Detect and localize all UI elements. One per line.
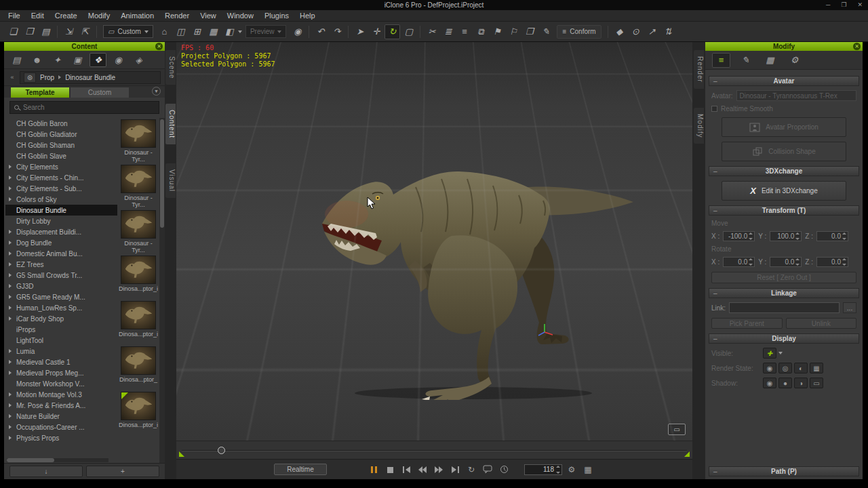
layout-split-icon[interactable]: ◧ — [222, 24, 237, 39]
timeline-playhead[interactable] — [218, 447, 225, 454]
realtime-smooth-checkbox[interactable] — [711, 106, 717, 112]
asset-thumbnail[interactable]: Dinosa...ptor_i — [119, 256, 158, 299]
panel-vtab[interactable]: Modify — [694, 108, 704, 144]
menu-item[interactable]: Help — [294, 11, 321, 20]
minimize-button[interactable]: ─ — [826, 0, 830, 10]
panel-vtab[interactable]: Visual — [165, 163, 176, 198]
collapse-all-button[interactable]: ↓ — [9, 466, 83, 477]
move-z-field[interactable]: 0.0 — [816, 231, 848, 241]
conform-button[interactable]: ≡ Conform — [557, 25, 601, 39]
zoom-icon[interactable]: ⊙ — [628, 24, 644, 39]
time-mode-button[interactable] — [497, 464, 511, 475]
expand-arrow-icon[interactable] — [9, 360, 12, 364]
modify-panel-header[interactable]: Modify ✕ — [705, 42, 863, 51]
category-item[interactable]: Medieval Castle 1 — [5, 357, 117, 367]
breadcrumb-item-prop[interactable]: Prop — [40, 74, 54, 81]
open-project-icon[interactable]: ❒ — [22, 24, 37, 39]
category-item[interactable]: CH Goblin Gladiator — [5, 129, 117, 140]
render-state-option-4[interactable]: ▦ — [810, 363, 823, 373]
menu-item[interactable]: File — [3, 11, 26, 20]
viewport-canvas[interactable]: FPS : 60 Project Polygon : 5967 Selected… — [176, 42, 692, 441]
knife-tool-icon[interactable]: ✂ — [424, 24, 439, 39]
thumbnail-image[interactable] — [121, 210, 156, 239]
menu-item[interactable]: Animation — [115, 11, 159, 20]
stepper[interactable] — [795, 258, 800, 266]
thumbnail-scrollbar[interactable] — [159, 118, 165, 463]
save-project-icon[interactable]: ▤ — [38, 24, 54, 39]
export-project-icon[interactable]: ⇱ — [77, 24, 93, 39]
thumbnail-image[interactable] — [121, 165, 156, 193]
category-item[interactable]: CH Goblin Baron — [5, 118, 117, 129]
close-button[interactable]: ✕ — [857, 0, 863, 10]
expand-arrow-icon[interactable] — [9, 414, 12, 418]
tab-custom[interactable]: Custom — [71, 87, 129, 98]
scrollbar-thumb[interactable] — [7, 458, 54, 462]
vehicle-category-tab[interactable]: ◈ — [130, 53, 147, 67]
full-screen-button[interactable]: ▭ — [668, 424, 686, 435]
pin-tab[interactable]: ✎ — [736, 53, 755, 68]
new-project-icon[interactable]: ❏ — [5, 24, 21, 39]
collapse-section-icon[interactable]: – — [713, 335, 717, 342]
thumbnail-image[interactable] — [121, 346, 156, 375]
expand-arrow-icon[interactable] — [9, 176, 12, 180]
asset-thumbnail[interactable]: Dinosaur - Tyr... saurus T-Rex... — [119, 210, 158, 253]
category-item[interactable]: G5 Small Crowds Tr... — [5, 270, 117, 281]
clipboard-icon[interactable]: ❐ — [521, 24, 537, 39]
category-item[interactable]: Colors of Sky — [5, 194, 117, 205]
edit-motion-icon[interactable]: ✎ — [538, 24, 553, 39]
category-item[interactable]: EZ Trees — [5, 259, 117, 270]
category-item[interactable]: LightTool — [5, 335, 117, 346]
category-item[interactable]: Dinosaur Bundle — [5, 205, 117, 216]
collapse-section-icon[interactable]: – — [713, 289, 717, 297]
panel-vtab[interactable]: Render — [694, 50, 704, 89]
menu-item[interactable]: Create — [50, 11, 83, 20]
expand-arrow-icon[interactable] — [9, 262, 12, 266]
rotate-tool-icon[interactable]: ↻ — [384, 24, 400, 39]
stepper[interactable] — [748, 258, 753, 266]
expand-arrow-icon[interactable] — [9, 273, 12, 277]
dxchange-section-header[interactable]: – 3DXchange — [709, 166, 859, 176]
menu-item[interactable]: Edit — [26, 11, 50, 20]
collapse-section-icon[interactable]: – — [713, 77, 717, 85]
menu-item[interactable]: Window — [222, 11, 259, 20]
category-item[interactable]: GJ3D — [5, 281, 117, 291]
category-item[interactable]: iProps — [5, 324, 117, 335]
category-item[interactable]: Monster Workshop V... — [5, 378, 117, 389]
align-icon[interactable]: ≣ — [440, 24, 456, 39]
category-item[interactable]: City Elements - Sub... — [5, 183, 117, 194]
link-field[interactable] — [729, 302, 840, 313]
category-item[interactable]: City Elements - Chin... — [5, 172, 117, 183]
display-mode-dropdown[interactable]: ▭ Custom — [103, 25, 153, 38]
avatar-section-header[interactable]: – Avatar — [709, 76, 859, 86]
camera-record-button[interactable]: ◉ — [290, 24, 305, 39]
adjust-tab[interactable]: ≡ — [712, 53, 730, 68]
search-box[interactable] — [9, 101, 159, 114]
category-item[interactable]: CH Goblin Shaman — [5, 140, 117, 150]
category-item[interactable]: Displacement Buildi... — [5, 226, 117, 237]
render-state-option-3[interactable]: ◐ — [794, 363, 808, 373]
timeline[interactable] — [176, 441, 692, 459]
layout-quad-icon[interactable]: ▦ — [205, 24, 221, 39]
content-panel-header[interactable]: Content ✕ — [4, 42, 165, 51]
title-bar[interactable]: iClone 6 Pro - DefProject.iProject ─ ❐ ✕ — [0, 0, 868, 10]
timeline-end-marker-icon[interactable] — [684, 451, 690, 457]
display-section-header[interactable]: – Display — [709, 333, 859, 344]
timeline-start-marker-icon[interactable] — [179, 451, 184, 457]
collapse-breadcrumb-icon[interactable]: « — [8, 73, 16, 81]
select-tool-icon[interactable]: ➤ — [352, 24, 368, 39]
playback-settings-gear-icon[interactable]: ⚙ — [565, 464, 578, 475]
pick-flag-icon[interactable]: ⚑ — [489, 24, 505, 39]
expand-arrow-icon[interactable] — [9, 371, 12, 375]
shadow-option-2[interactable]: ● — [778, 378, 792, 388]
actor-category-tab[interactable]: ☻ — [28, 53, 45, 67]
chevron-down-icon[interactable] — [238, 30, 242, 33]
expand-arrow-icon[interactable] — [9, 425, 12, 429]
expand-arrow-icon[interactable] — [9, 306, 12, 310]
merge-project-icon[interactable]: ⇲ — [61, 24, 77, 39]
undo-icon[interactable]: ↶ — [313, 24, 328, 39]
flag-icon[interactable]: ⚐ — [505, 24, 521, 39]
tab-template[interactable]: Template — [11, 87, 69, 98]
next-frame-button[interactable] — [432, 464, 446, 475]
maximize-button[interactable]: ❐ — [841, 0, 846, 10]
menu-item[interactable]: Render — [159, 11, 195, 20]
